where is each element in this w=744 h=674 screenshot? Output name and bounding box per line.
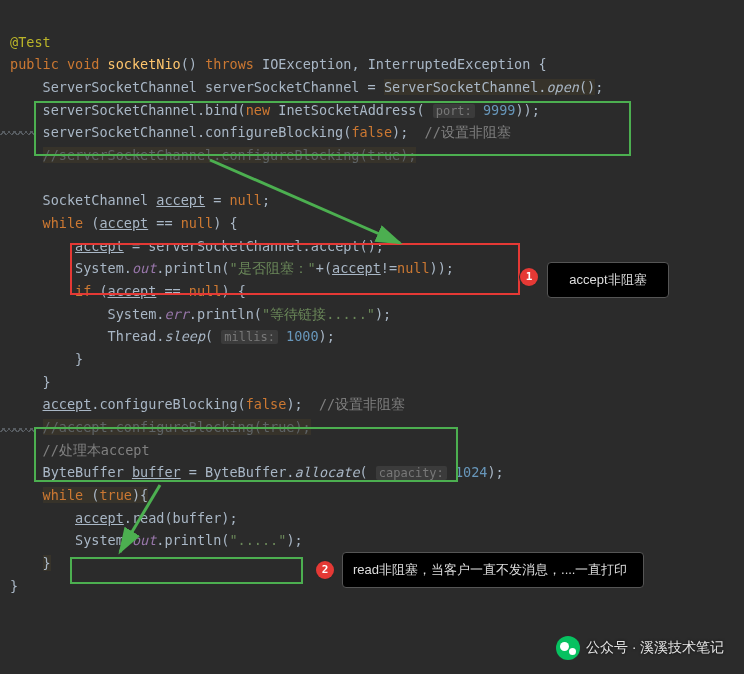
var-accept-2: accept bbox=[75, 238, 124, 254]
kw-null-4: null bbox=[189, 283, 222, 299]
annotation-test: @Test bbox=[10, 34, 51, 50]
field-out-1: out bbox=[132, 260, 156, 276]
str-isblock: "是否阻塞：" bbox=[229, 260, 315, 276]
var-accept-decl: accept bbox=[156, 192, 205, 208]
kw-false-1: false bbox=[351, 124, 392, 140]
line11-pref: System. bbox=[75, 260, 132, 276]
kw-null-1: null bbox=[229, 192, 262, 208]
kw-null-2: null bbox=[181, 215, 214, 231]
var-accept-5: accept bbox=[43, 396, 92, 412]
num-1000: 1000 bbox=[286, 328, 319, 344]
comment-nonblock-1: //设置非阻塞 bbox=[425, 124, 511, 140]
line14-pref: Thread. bbox=[108, 328, 165, 344]
hint-millis: millis: bbox=[221, 330, 278, 344]
kw-public: public bbox=[10, 56, 59, 72]
line3-open: open bbox=[546, 79, 579, 95]
badge-2: 2 bbox=[316, 561, 334, 579]
line13-pref: System. bbox=[108, 306, 165, 322]
ex2: InterruptedException bbox=[368, 56, 531, 72]
line22-read: .read(buffer); bbox=[124, 510, 238, 526]
code-editor: @Test public void socketNio() throws IOE… bbox=[0, 0, 744, 605]
kw-null-3: null bbox=[397, 260, 430, 276]
badge-1: 1 bbox=[520, 268, 538, 286]
kw-while-2: while bbox=[43, 487, 84, 503]
kw-if: if bbox=[75, 283, 91, 299]
line8-decl: SocketChannel bbox=[43, 192, 157, 208]
var-accept-1: accept bbox=[99, 215, 148, 231]
field-out-2: out bbox=[132, 532, 156, 548]
comment-handle: //处理本accept bbox=[43, 442, 150, 458]
method-name: socketNio bbox=[108, 56, 181, 72]
line23-pref: System. bbox=[75, 532, 132, 548]
var-accept-3: accept bbox=[332, 260, 381, 276]
line4-pref: serverSocketChannel.bind( bbox=[43, 102, 246, 118]
var-buffer: buffer bbox=[132, 464, 181, 480]
watermark-text: 公众号 · 溪溪技术笔记 bbox=[586, 636, 724, 660]
kw-throws: throws bbox=[205, 56, 254, 72]
str-wait: "等待链接....." bbox=[262, 306, 375, 322]
str-dots: "....." bbox=[229, 532, 286, 548]
wechat-icon bbox=[556, 636, 580, 660]
line10-rest: = serverSocketChannel.accept(); bbox=[124, 238, 384, 254]
line3-lhs: ServerSocketChannel serverSocketChannel … bbox=[43, 79, 384, 95]
line5-pref: serverSocketChannel.configureBlocking( bbox=[43, 124, 352, 140]
kw-true: true bbox=[99, 487, 132, 503]
method-allocate: allocate bbox=[295, 464, 360, 480]
num-1024: 1024 bbox=[455, 464, 488, 480]
commented-line-1: //serverSocketChannel.configureBlocking(… bbox=[43, 147, 417, 163]
tooltip-read: read非阻塞，当客户一直不发消息，....一直打印 bbox=[342, 552, 644, 588]
gutter-fold-1 bbox=[0, 131, 35, 135]
line4-type: InetSocketAddress bbox=[278, 102, 416, 118]
kw-false-2: false bbox=[246, 396, 287, 412]
comment-nonblock-2: //设置非阻塞 bbox=[319, 396, 405, 412]
num-9999: 9999 bbox=[483, 102, 516, 118]
kw-new: new bbox=[246, 102, 270, 118]
hint-capacity: capacity: bbox=[376, 466, 447, 480]
line3-class: ServerSocketChannel bbox=[384, 79, 538, 95]
commented-line-2: //accept.configureBlocking(true); bbox=[43, 419, 311, 435]
hint-port: port: bbox=[433, 104, 475, 118]
var-accept-6: accept bbox=[75, 510, 124, 526]
watermark: 公众号 · 溪溪技术笔记 bbox=[556, 636, 724, 660]
tooltip-accept: accept非阻塞 bbox=[547, 262, 669, 298]
method-sleep: sleep bbox=[164, 328, 205, 344]
kw-void: void bbox=[67, 56, 100, 72]
gutter-fold-2 bbox=[0, 428, 35, 432]
kw-while-1: while bbox=[43, 215, 84, 231]
field-err: err bbox=[164, 306, 188, 322]
line20-pref: ByteBuffer bbox=[43, 464, 132, 480]
ex1: IOException bbox=[262, 56, 351, 72]
var-accept-4: accept bbox=[108, 283, 157, 299]
